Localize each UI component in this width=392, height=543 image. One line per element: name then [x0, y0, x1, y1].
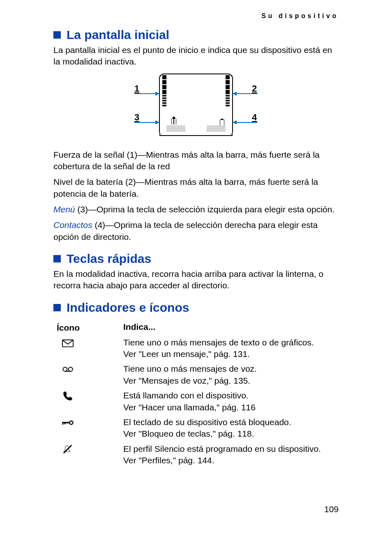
svg-rect-6 [62, 422, 64, 425]
square-bullet-icon [53, 31, 61, 39]
row-text: Tiene uno o más mensajes de texto o de g… [123, 337, 339, 360]
phone-screen-figure: 1 2 3 4 [134, 74, 258, 139]
callout-label-2: 2 [252, 83, 257, 94]
square-bullet-icon [53, 304, 61, 311]
section-heading-indicators: Indicadores e íconos [53, 301, 339, 315]
callout-label-3: 3 [134, 112, 139, 123]
quick-keys-paragraph: En la modalidad inactiva, recorra hacia … [53, 268, 339, 292]
desc-contacts: Contactos (4)—Oprima la tecla de selecci… [53, 219, 339, 243]
svg-point-2 [69, 367, 73, 371]
row-text: Tiene uno o más mensajes de voz. Ver "Me… [123, 363, 339, 387]
row-line2: Ver "Leer un mensaje," pág. 131. [123, 349, 250, 359]
icon-table: Ícono Indica... Tiene uno o más mensajes… [53, 322, 339, 466]
softkey-left [166, 125, 185, 132]
voicemail-icon [53, 363, 123, 375]
page-number: 109 [324, 504, 339, 514]
row-line2: Ver "Perfiles," pág. 144. [123, 456, 214, 465]
signal-bars-icon [162, 75, 166, 106]
callout-label-1: 1 [134, 83, 139, 94]
square-bullet-icon [53, 255, 61, 262]
desc-battery: Nivel de la batería (2)—Mientras más alt… [53, 176, 339, 200]
section-title: Teclas rápidas [67, 252, 151, 266]
desc-contacts-rest: (4)—Oprima la tecla de selección derecha… [53, 220, 318, 241]
row-text: Está llamando con el dispositivo. Ver "H… [123, 390, 339, 413]
row-line2: Ver "Bloqueo de teclas," pág. 118. [123, 429, 254, 438]
table-row: El teclado de su dispositivo está bloque… [53, 416, 339, 440]
section-heading-start-screen: La pantalla inicial [53, 28, 339, 42]
th-desc: Indica... [123, 322, 155, 333]
contacts-link[interactable]: Contactos [53, 220, 92, 230]
antenna-icon [171, 119, 176, 124]
table-row: Tiene uno o más mensajes de voz. Ver "Me… [53, 363, 339, 387]
section-heading-quick-keys: Teclas rápidas [53, 252, 339, 266]
figure-container: 1 2 3 4 [53, 74, 339, 139]
section-title: Indicadores e íconos [67, 301, 189, 315]
desc-signal: Fuerza de la señal (1)—Mientras más alta… [53, 149, 339, 173]
running-header: Su dispositivo [53, 12, 339, 20]
row-line2: Ver "Mensajes de voz," pág. 135. [123, 376, 250, 385]
row-line1: El teclado de su dispositivo está bloque… [123, 417, 291, 427]
menu-link[interactable]: Menú [53, 205, 75, 214]
row-line1: Está llamando con el dispositivo. [123, 391, 249, 400]
battery-bars-icon [226, 75, 230, 106]
silent-icon [53, 443, 123, 455]
table-row: Tiene uno o más mensajes de texto o de g… [53, 337, 339, 360]
desc-menu-rest: (3)—Oprima la tecla de selección izquier… [75, 205, 335, 214]
intro-paragraph: La pantalla inicial es el punto de inici… [53, 44, 339, 68]
envelope-icon [53, 337, 123, 348]
row-line2: Ver "Hacer una llamada," pág. 116 [123, 403, 256, 412]
lock-icon [53, 416, 123, 428]
table-row: El perfil Silencio está programado en su… [53, 443, 339, 467]
phone-icon [53, 390, 123, 401]
page: Su dispositivo La pantalla inicial La pa… [0, 0, 392, 543]
softkey-right [207, 125, 226, 132]
svg-point-1 [63, 367, 67, 371]
row-line1: Tiene uno o más mensajes de voz. [123, 364, 257, 373]
row-text: El teclado de su dispositivo está bloque… [123, 416, 339, 440]
section-title: La pantalla inicial [67, 28, 169, 42]
screen-frame-bottom [159, 134, 233, 136]
svg-rect-7 [65, 422, 66, 424]
table-header: Ícono Indica... [53, 322, 339, 333]
desc-menu: Menú (3)—Oprima la tecla de selección iz… [53, 204, 339, 215]
svg-point-4 [69, 421, 73, 424]
row-line1: El perfil Silencio está programado en su… [123, 444, 321, 453]
row-text: El perfil Silencio está programado en su… [123, 443, 339, 467]
row-line1: Tiene uno o más mensajes de texto o de g… [123, 338, 314, 347]
callout-label-4: 4 [252, 112, 257, 123]
svg-rect-5 [62, 422, 70, 423]
th-icon: Ícono [53, 322, 123, 333]
table-row: Está llamando con el dispositivo. Ver "H… [53, 390, 339, 413]
